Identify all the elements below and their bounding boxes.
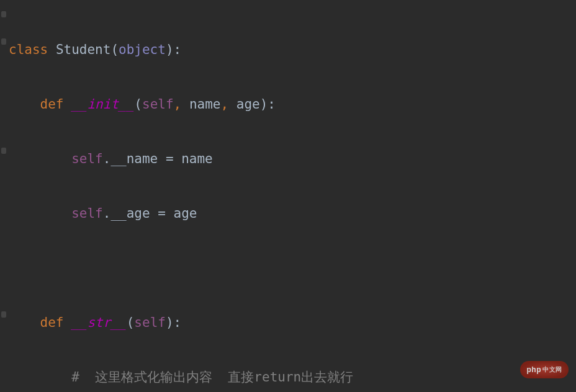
assign: .__name = name — [103, 151, 213, 166]
param-self: self — [134, 315, 166, 330]
comment: # 这里格式化输出内容 直接return出去就行 — [71, 370, 353, 385]
comma: , — [174, 97, 182, 112]
code-line-2: def __init__(self, name, age): — [9, 91, 576, 118]
self-ref: self — [71, 206, 103, 221]
punct: ( — [134, 97, 142, 112]
watermark-suffix: 中文网 — [542, 356, 562, 383]
punct: ): — [260, 97, 276, 112]
code-line-6: def __str__(self): — [9, 309, 576, 336]
class-name: Student — [56, 42, 111, 57]
param-age: age — [236, 97, 260, 112]
method-init: __init__ — [71, 97, 134, 112]
keyword-def: def — [40, 97, 64, 112]
param-name: name — [189, 97, 221, 112]
punct: ): — [166, 42, 181, 57]
builtin-object: object — [119, 42, 166, 57]
code-line-7: # 这里格式化输出内容 直接return出去就行 — [9, 363, 576, 391]
code-editor: class Student(object): def __init__(self… — [0, 0, 576, 392]
assign: .__age = age — [103, 206, 197, 221]
watermark-badge: php中文网 — [520, 361, 569, 378]
punct: ): — [166, 315, 181, 330]
keyword-class: class — [9, 42, 48, 57]
code-line-5 — [9, 254, 576, 282]
code-line-1: class Student(object): — [9, 36, 576, 63]
comma: , — [220, 97, 228, 112]
punct: ( — [110, 42, 119, 57]
param-self: self — [142, 97, 174, 112]
punct: ( — [127, 315, 135, 330]
self-ref: self — [71, 151, 103, 166]
method-str: __str__ — [71, 315, 127, 330]
code-line-4: self.__age = age — [9, 200, 576, 227]
keyword-def: def — [40, 315, 64, 330]
code-line-3: self.__name = name — [9, 145, 576, 172]
watermark-text: php — [527, 356, 542, 383]
